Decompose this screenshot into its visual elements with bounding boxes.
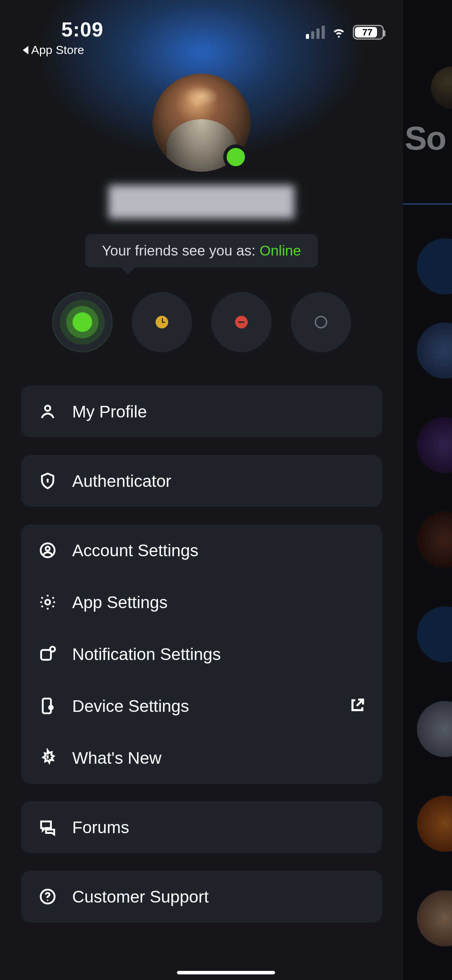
menu-label: Device Settings	[72, 697, 335, 716]
back-label: App Store	[31, 43, 84, 57]
svg-point-12	[47, 899, 48, 901]
help-icon	[37, 886, 58, 907]
battery-percent: 77	[354, 26, 381, 38]
side-drawer: 5:09 App Store 77 Your frie	[0, 0, 403, 980]
menu-group-profile: My Profile	[21, 385, 382, 438]
peek-friend-avatar	[417, 890, 452, 947]
external-link-icon	[349, 697, 366, 715]
peek-avatar	[431, 67, 452, 109]
menu-customer-support[interactable]: Customer Support	[21, 871, 382, 923]
menu-label: What's New	[72, 748, 366, 768]
menu-device-settings[interactable]: Device Settings	[21, 680, 382, 732]
menu-group-support: Customer Support	[21, 871, 382, 923]
back-chevron-icon	[23, 46, 29, 54]
chat-icon	[37, 817, 58, 838]
svg-point-3	[46, 547, 50, 551]
battery-icon: 77	[353, 25, 384, 40]
svg-point-0	[45, 406, 51, 411]
menu-forums[interactable]: Forums	[21, 801, 382, 853]
menu-label: Notification Settings	[72, 644, 366, 664]
home-indicator[interactable]	[177, 971, 275, 974]
menu-list: My Profile Authenticator Account Setting…	[21, 385, 382, 923]
device-icon	[37, 695, 58, 716]
status-bar: 5:09 App Store 77	[0, 11, 403, 49]
wifi-icon	[331, 24, 347, 40]
svg-point-10	[47, 760, 48, 761]
menu-my-profile[interactable]: My Profile	[21, 385, 382, 438]
presence-offline-button[interactable]	[291, 292, 351, 352]
menu-label: My Profile	[72, 402, 366, 421]
menu-notification-settings[interactable]: Notification Settings	[21, 628, 382, 680]
peek-friend-avatar	[417, 417, 452, 473]
peek-friend-avatar	[417, 323, 452, 379]
notification-icon	[37, 644, 58, 665]
peek-friend-avatar	[417, 606, 452, 662]
menu-account-settings[interactable]: Account Settings	[21, 524, 382, 576]
menu-group-community: Forums	[21, 801, 382, 853]
burst-icon	[37, 747, 58, 768]
peek-tab-underline	[399, 203, 452, 205]
peek-friend-avatar	[417, 238, 452, 294]
status-value: Online	[259, 243, 301, 259]
shield-icon	[37, 470, 58, 492]
username-redacted	[108, 185, 294, 219]
peek-friend-avatar	[417, 701, 452, 757]
menu-label: Authenticator	[72, 471, 366, 491]
peek-friend-avatar	[417, 512, 452, 568]
peek-friend-avatar	[417, 795, 452, 852]
menu-authenticator[interactable]: Authenticator	[21, 455, 382, 507]
status-chip: Your friends see you as: Online	[85, 234, 318, 267]
presence-online-button[interactable]	[52, 292, 113, 352]
peek-title: So	[405, 119, 446, 158]
menu-whats-new[interactable]: What's New	[21, 732, 382, 784]
svg-point-4	[45, 600, 50, 605]
person-icon	[37, 401, 58, 422]
menu-label: Customer Support	[72, 887, 366, 907]
clock: 5:09	[19, 18, 306, 41]
svg-point-1	[46, 479, 49, 480]
avatar-container[interactable]	[153, 73, 250, 172]
svg-rect-5	[41, 650, 51, 660]
menu-group-auth: Authenticator	[21, 455, 382, 507]
presence-away-button[interactable]	[132, 292, 192, 352]
background-screen: So	[399, 0, 452, 980]
gear-icon	[37, 592, 58, 612]
user-circle-icon	[37, 540, 58, 561]
profile-section: Your friends see you as: Online	[0, 73, 403, 352]
menu-label: Account Settings	[72, 541, 366, 560]
cellular-signal-icon	[306, 25, 325, 39]
presence-selector	[52, 292, 351, 352]
menu-label: Forums	[72, 818, 366, 837]
status-label: Your friends see you as:	[102, 243, 259, 259]
menu-app-settings[interactable]: App Settings	[21, 576, 382, 628]
presence-busy-button[interactable]	[211, 292, 272, 352]
presence-indicator-icon	[223, 145, 248, 170]
svg-point-6	[50, 647, 55, 652]
menu-label: App Settings	[72, 593, 366, 612]
back-to-app-store[interactable]: App Store	[19, 43, 306, 57]
menu-group-settings: Account Settings App Settings Notificati…	[21, 524, 382, 784]
